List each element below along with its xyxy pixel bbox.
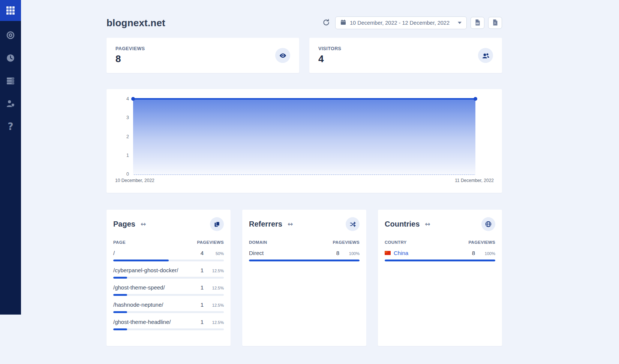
page-title: blognext.net [106, 17, 165, 29]
y-tick: 2 [126, 134, 129, 139]
countries-title: Countries [385, 220, 420, 228]
page-row[interactable]: /ghost-theme-headline/ 1 12.5% [113, 319, 224, 330]
referrers-panel-header: Referrers ↔ [249, 217, 360, 231]
page-percent: 12.5% [204, 303, 224, 307]
data-point-end [474, 97, 477, 101]
copy-icon[interactable] [210, 217, 224, 231]
progress-bar [113, 311, 224, 313]
refresh-icon [322, 19, 330, 27]
target-icon [6, 31, 15, 40]
eye-icon [275, 48, 290, 63]
referrers-panel: Referrers ↔ DOMAIN PAGEVIEWS [242, 210, 366, 346]
csv-file-icon [475, 19, 480, 27]
expand-icon[interactable]: ↔ [288, 221, 293, 227]
user-shield-icon [6, 99, 15, 108]
page-row[interactable]: / 4 50% [113, 250, 224, 261]
chevron-down-icon [458, 22, 462, 24]
progress-bar [113, 277, 224, 279]
col-domain: DOMAIN [249, 240, 267, 245]
country-link[interactable]: China [385, 250, 462, 256]
main-content: blognext.net [106, 0, 502, 346]
sidebar-item-help[interactable]: ? [0, 116, 21, 137]
pages-panel: Pages ↔ PAGE PAGEVIEWS / 4 50% [106, 210, 231, 346]
progress-bar [249, 260, 360, 261]
pages-columns: PAGE PAGEVIEWS [113, 240, 224, 245]
x-label-right: 11 December, 2022 [455, 178, 494, 183]
sidebar-item-history[interactable] [0, 48, 21, 69]
visitors-card: VISITORS 4 [309, 38, 502, 73]
page-label: /ghost-theme-headline/ [113, 319, 191, 325]
page-value: 1 [191, 301, 204, 308]
page-percent: 12.5% [204, 320, 224, 325]
x-label-left: 10 December, 2022 [115, 178, 154, 183]
col-country: COUNTRY [385, 240, 407, 245]
pageviews-chart-panel: 4 3 2 1 0 10 December, 2022 11 December,… [106, 89, 502, 193]
date-range-button[interactable]: 10 December, 2022 - 12 December, 2022 [335, 16, 467, 29]
date-range-label: 10 December, 2022 - 12 December, 2022 [350, 20, 450, 26]
progress-bar [113, 328, 224, 330]
pdf-file-icon [492, 19, 498, 27]
countries-panel-header: Countries ↔ [385, 217, 495, 231]
countries-columns: COUNTRY PAGEVIEWS [385, 240, 495, 245]
page-percent: 50% [204, 251, 224, 256]
page-value: 4 [191, 250, 204, 256]
countries-panel: Countries ↔ COUNTRY PAGEVIEWS [378, 210, 502, 346]
page-percent: 12.5% [204, 286, 224, 290]
page-value: 1 [191, 319, 204, 325]
stats-row: PAGEVIEWS 8 VISITORS 4 [106, 38, 502, 73]
referrer-percent: 100% [339, 251, 360, 256]
referrers-title: Referrers [249, 220, 282, 228]
referrers-columns: DOMAIN PAGEVIEWS [249, 240, 360, 245]
page-row[interactable]: /hashnode-neptune/ 1 12.5% [113, 301, 224, 313]
page-label: / [113, 250, 191, 256]
sidebar-item-realtime[interactable] [0, 25, 21, 46]
export-pdf-button[interactable] [488, 17, 502, 29]
col-page: PAGE [113, 240, 126, 245]
export-csv-button[interactable] [471, 17, 484, 29]
y-tick: 1 [126, 153, 129, 158]
referrer-label: Direct [249, 250, 327, 256]
header-controls: 10 December, 2022 - 12 December, 2022 [321, 16, 502, 29]
clock-icon [6, 54, 15, 62]
pageviews-label: PAGEVIEWS [115, 46, 145, 51]
referrer-row[interactable]: Direct 8 100% [249, 250, 360, 261]
page-value: 1 [191, 284, 204, 291]
sidebar-item-dashboard[interactable] [0, 0, 21, 21]
page-label: /ghost-theme-speed/ [113, 284, 191, 291]
pageviews-value: 8 [115, 53, 145, 65]
shuffle-icon[interactable] [346, 217, 360, 231]
y-tick: 4 [126, 96, 129, 101]
y-tick: 0 [126, 172, 129, 177]
page-header: blognext.net [106, 14, 502, 31]
visitors-value: 4 [318, 53, 341, 65]
expand-icon[interactable]: ↔ [141, 221, 146, 227]
page-row[interactable]: /ghost-theme-speed/ 1 12.5% [113, 284, 224, 296]
chart-y-axis: 4 3 2 1 0 [114, 96, 129, 177]
chart-x-axis: 10 December, 2022 11 December, 2022 [115, 178, 494, 183]
globe-icon[interactable] [481, 217, 495, 231]
page-row[interactable]: /cyberpanel-ghost-docker/ 1 12.5% [113, 267, 224, 279]
refresh-button[interactable] [321, 17, 331, 29]
server-icon [6, 77, 15, 85]
sidebar-item-account[interactable] [0, 93, 21, 114]
sidebar-item-websites[interactable] [0, 70, 21, 91]
progress-bar [113, 260, 224, 261]
pages-panel-header: Pages ↔ [113, 217, 224, 231]
pageviews-card: PAGEVIEWS 8 [106, 38, 299, 73]
question-icon: ? [7, 121, 13, 132]
col-pageviews: PAGEVIEWS [333, 240, 360, 245]
page-value: 1 [191, 267, 204, 273]
country-row[interactable]: China 8 100% [385, 250, 495, 261]
progress-bar [113, 294, 224, 296]
progress-bar [385, 260, 495, 261]
country-percent: 100% [475, 251, 495, 256]
calendar-icon [340, 19, 346, 26]
country-value: 8 [462, 250, 475, 256]
metrics-panels: Pages ↔ PAGE PAGEVIEWS / 4 50% [106, 210, 502, 346]
data-point-start [131, 97, 135, 101]
expand-icon[interactable]: ↔ [425, 221, 430, 227]
users-icon [478, 48, 493, 63]
visitors-label: VISITORS [318, 46, 341, 51]
area-chart-plot [133, 98, 475, 175]
sidebar: ? [0, 0, 21, 315]
